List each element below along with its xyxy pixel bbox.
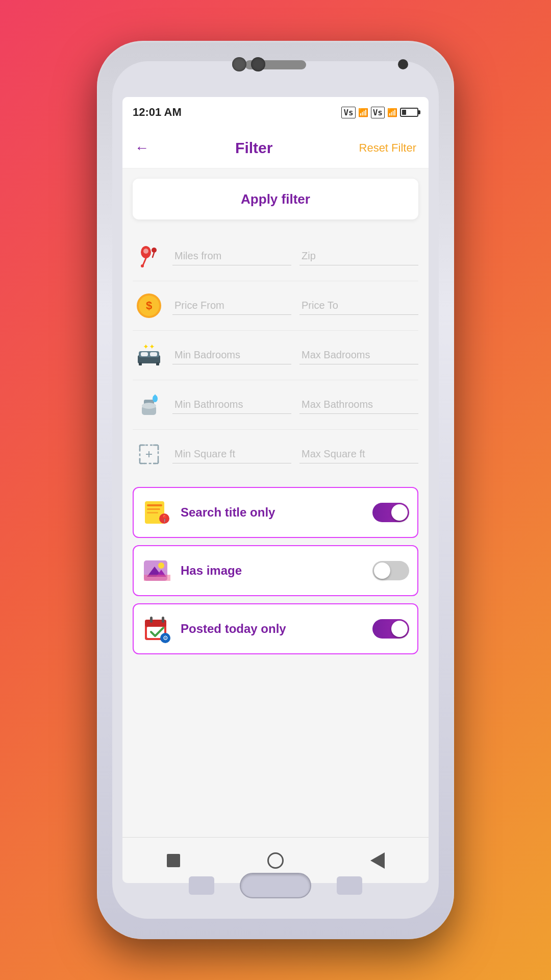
zip-wrap bbox=[299, 247, 418, 265]
nav-square-icon bbox=[167, 854, 180, 867]
search-title-label: Search title only bbox=[181, 505, 364, 520]
vol-icon: Vs bbox=[341, 107, 355, 118]
svg-rect-43 bbox=[150, 617, 153, 623]
miles-filter-row bbox=[133, 232, 418, 281]
svg-rect-32 bbox=[147, 508, 160, 510]
apply-filter-button[interactable]: Apply filter bbox=[133, 179, 418, 219]
min-sqft-input[interactable] bbox=[172, 445, 291, 463]
bedrooms-icon: ✦✦ bbox=[133, 339, 165, 372]
content: Apply filter bbox=[122, 168, 429, 837]
phone-bottom-area bbox=[189, 873, 362, 898]
back-button[interactable]: ← bbox=[135, 140, 149, 156]
sqft-inputs bbox=[172, 445, 418, 463]
status-bar: 12:01 AM Vs 📶 Vs 📶 bbox=[122, 97, 429, 128]
screen: 12:01 AM Vs 📶 Vs 📶 ← Filter Reset Filter bbox=[122, 97, 429, 883]
svg-point-1 bbox=[143, 249, 148, 254]
price-filter-row: $ bbox=[133, 281, 418, 330]
search-title-row: 📍 Search title only bbox=[133, 487, 418, 538]
bedrooms-filter-row: ✦✦ bbox=[133, 331, 418, 380]
miles-from-wrap bbox=[172, 247, 291, 265]
phone-front-camera bbox=[398, 59, 408, 69]
has-image-toggle[interactable] bbox=[372, 561, 409, 580]
miles-inputs bbox=[172, 247, 418, 265]
header: ← Filter Reset Filter bbox=[122, 128, 429, 168]
reset-filter-button[interactable]: Reset Filter bbox=[359, 141, 416, 155]
price-icon: $ bbox=[133, 289, 165, 322]
bedrooms-inputs bbox=[172, 346, 418, 364]
max-sqft-input[interactable] bbox=[299, 445, 418, 463]
phone-inner: 12:01 AM Vs 📶 Vs 📶 ← Filter Reset Filter bbox=[112, 61, 439, 919]
posted-today-row: ⚙ Posted today only bbox=[133, 603, 418, 654]
sqft-icon bbox=[133, 438, 165, 471]
price-to-wrap bbox=[299, 297, 418, 315]
phone-outer: 12:01 AM Vs 📶 Vs 📶 ← Filter Reset Filter bbox=[97, 41, 454, 939]
max-bedrooms-wrap bbox=[299, 346, 418, 364]
svg-point-3 bbox=[152, 248, 157, 253]
posted-today-icon: ⚙ bbox=[142, 614, 172, 644]
nav-home-button[interactable] bbox=[264, 849, 287, 872]
price-inputs bbox=[172, 297, 418, 315]
posted-today-thumb bbox=[391, 621, 408, 637]
search-title-icon: 📍 bbox=[142, 497, 172, 528]
nav-back-button[interactable] bbox=[366, 849, 389, 872]
svg-rect-9 bbox=[141, 352, 148, 356]
location-icon bbox=[133, 240, 165, 273]
phone-camera-right bbox=[251, 57, 265, 71]
battery-fill bbox=[402, 110, 406, 115]
soft-btn-right bbox=[337, 876, 362, 895]
min-bedrooms-wrap bbox=[172, 346, 291, 364]
miles-from-input[interactable] bbox=[172, 247, 291, 265]
price-from-wrap bbox=[172, 297, 291, 315]
nav-triangle-icon bbox=[370, 852, 385, 869]
min-bathrooms-input[interactable] bbox=[172, 396, 291, 414]
phone-camera-left bbox=[232, 57, 246, 71]
svg-text:✦✦: ✦✦ bbox=[143, 342, 155, 351]
svg-rect-33 bbox=[147, 512, 158, 513]
price-from-input[interactable] bbox=[172, 297, 291, 315]
vol-icon2: Vs bbox=[371, 107, 385, 118]
min-bedrooms-input[interactable] bbox=[172, 346, 291, 364]
status-icons: Vs 📶 Vs 📶 bbox=[341, 107, 418, 118]
header-title: Filter bbox=[235, 139, 272, 157]
posted-today-toggle[interactable] bbox=[372, 619, 409, 639]
signal-icon1: 📶 bbox=[358, 108, 368, 117]
svg-rect-31 bbox=[147, 504, 162, 506]
nav-square-button[interactable] bbox=[162, 849, 185, 872]
min-bathrooms-wrap bbox=[172, 396, 291, 414]
posted-today-label: Posted today only bbox=[181, 622, 364, 636]
svg-text:📍: 📍 bbox=[160, 514, 169, 523]
svg-text:$: $ bbox=[146, 299, 152, 312]
max-bedrooms-input[interactable] bbox=[299, 346, 418, 364]
status-time: 12:01 AM bbox=[133, 106, 182, 119]
svg-point-2 bbox=[141, 264, 144, 267]
bathrooms-filter-row bbox=[133, 380, 418, 429]
signal-icon2: 📶 bbox=[387, 108, 397, 117]
svg-point-39 bbox=[158, 562, 164, 569]
sqft-filter-row bbox=[133, 430, 418, 479]
svg-rect-40 bbox=[144, 575, 170, 581]
svg-text:⚙: ⚙ bbox=[163, 634, 168, 642]
svg-point-16 bbox=[142, 403, 156, 409]
search-title-toggle[interactable] bbox=[372, 503, 409, 522]
soft-btn-left bbox=[189, 876, 214, 895]
zip-input[interactable] bbox=[299, 247, 418, 265]
search-title-thumb bbox=[391, 504, 408, 521]
min-sqft-wrap bbox=[172, 445, 291, 463]
svg-rect-10 bbox=[150, 352, 157, 356]
svg-rect-44 bbox=[162, 617, 164, 623]
bathrooms-inputs bbox=[172, 396, 418, 414]
price-to-input[interactable] bbox=[299, 297, 418, 315]
has-image-thumb bbox=[374, 562, 390, 579]
max-sqft-wrap bbox=[299, 445, 418, 463]
svg-rect-12 bbox=[156, 362, 159, 365]
max-bathrooms-input[interactable] bbox=[299, 396, 418, 414]
home-button[interactable] bbox=[240, 873, 311, 898]
has-image-icon bbox=[142, 555, 172, 586]
has-image-row: Has image bbox=[133, 545, 418, 596]
bathrooms-icon bbox=[133, 388, 165, 421]
svg-rect-11 bbox=[139, 362, 142, 365]
nav-circle-icon bbox=[267, 852, 284, 869]
battery-icon bbox=[400, 108, 418, 117]
max-bathrooms-wrap bbox=[299, 396, 418, 414]
has-image-label: Has image bbox=[181, 564, 364, 578]
